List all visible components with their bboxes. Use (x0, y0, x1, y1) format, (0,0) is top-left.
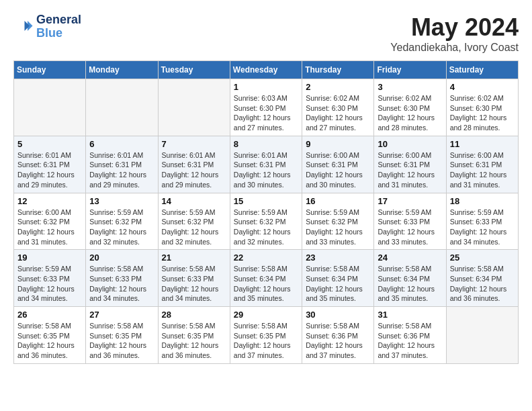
logo-icon (13, 17, 34, 37)
calendar-cell: 22Sunrise: 5:58 AMSunset: 6:34 PMDayligh… (230, 250, 302, 307)
calendar-cell: 26Sunrise: 5:58 AMSunset: 6:35 PMDayligh… (14, 307, 86, 364)
day-info: Sunrise: 6:02 AMSunset: 6:30 PMDaylight:… (378, 93, 442, 133)
day-info: Sunrise: 5:58 AMSunset: 6:34 PMDaylight:… (306, 264, 370, 304)
calendar-week-row: 1Sunrise: 6:03 AMSunset: 6:30 PMDaylight… (14, 79, 519, 136)
calendar-cell: 14Sunrise: 5:59 AMSunset: 6:32 PMDayligh… (158, 193, 230, 250)
day-of-week-header: Friday (374, 61, 446, 79)
day-number: 9 (306, 139, 370, 149)
day-number: 15 (234, 196, 298, 206)
day-number: 19 (17, 253, 82, 263)
calendar-cell: 20Sunrise: 5:58 AMSunset: 6:33 PMDayligh… (86, 250, 158, 307)
day-number: 30 (306, 310, 370, 320)
day-info: Sunrise: 5:58 AMSunset: 6:34 PMDaylight:… (450, 264, 515, 304)
calendar-cell: 10Sunrise: 6:00 AMSunset: 6:31 PMDayligh… (374, 136, 446, 193)
day-number: 31 (378, 310, 442, 320)
calendar-cell: 16Sunrise: 5:59 AMSunset: 6:32 PMDayligh… (302, 193, 374, 250)
day-number: 2 (306, 82, 370, 92)
location: Yedandiekaha, Ivory Coast (390, 42, 519, 54)
day-number: 10 (378, 139, 442, 149)
day-number: 7 (162, 139, 226, 149)
calendar-cell (86, 79, 158, 136)
day-of-week-header: Sunday (14, 61, 86, 79)
day-info: Sunrise: 5:58 AMSunset: 6:35 PMDaylight:… (162, 321, 226, 361)
day-info: Sunrise: 6:03 AMSunset: 6:30 PMDaylight:… (234, 93, 298, 133)
day-number: 25 (450, 253, 515, 263)
day-info: Sunrise: 6:00 AMSunset: 6:32 PMDaylight:… (17, 208, 82, 247)
day-info: Sunrise: 6:00 AMSunset: 6:31 PMDaylight:… (450, 150, 515, 190)
logo: General Blue (13, 13, 81, 40)
day-info: Sunrise: 5:58 AMSunset: 6:36 PMDaylight:… (306, 321, 370, 361)
day-info: Sunrise: 6:02 AMSunset: 6:30 PMDaylight:… (450, 93, 515, 133)
month-year: May 2024 (390, 13, 519, 42)
calendar-cell: 15Sunrise: 5:59 AMSunset: 6:32 PMDayligh… (230, 193, 302, 250)
calendar-cell: 30Sunrise: 5:58 AMSunset: 6:36 PMDayligh… (302, 307, 374, 364)
calendar-cell: 27Sunrise: 5:58 AMSunset: 6:35 PMDayligh… (86, 307, 158, 364)
calendar-cell: 13Sunrise: 5:59 AMSunset: 6:32 PMDayligh… (86, 193, 158, 250)
calendar-cell: 24Sunrise: 5:58 AMSunset: 6:34 PMDayligh… (374, 250, 446, 307)
calendar-week-row: 12Sunrise: 6:00 AMSunset: 6:32 PMDayligh… (14, 193, 519, 250)
calendar-cell: 23Sunrise: 5:58 AMSunset: 6:34 PMDayligh… (302, 250, 374, 307)
calendar-cell: 29Sunrise: 5:58 AMSunset: 6:35 PMDayligh… (230, 307, 302, 364)
day-of-week-header: Monday (86, 61, 158, 79)
calendar-cell (158, 79, 230, 136)
day-info: Sunrise: 5:59 AMSunset: 6:33 PMDaylight:… (378, 208, 442, 247)
calendar-cell: 2Sunrise: 6:02 AMSunset: 6:30 PMDaylight… (302, 79, 374, 136)
day-number: 20 (89, 253, 154, 263)
calendar-table: SundayMondayTuesdayWednesdayThursdayFrid… (13, 60, 519, 364)
day-info: Sunrise: 6:01 AMSunset: 6:31 PMDaylight:… (17, 150, 82, 190)
day-info: Sunrise: 5:58 AMSunset: 6:34 PMDaylight:… (378, 264, 442, 304)
calendar-week-row: 19Sunrise: 5:59 AMSunset: 6:33 PMDayligh… (14, 250, 519, 307)
calendar-week-row: 26Sunrise: 5:58 AMSunset: 6:35 PMDayligh… (14, 307, 519, 364)
day-number: 5 (17, 139, 82, 149)
calendar-cell: 31Sunrise: 5:58 AMSunset: 6:36 PMDayligh… (374, 307, 446, 364)
calendar-cell: 19Sunrise: 5:59 AMSunset: 6:33 PMDayligh… (14, 250, 86, 307)
calendar-cell: 28Sunrise: 5:58 AMSunset: 6:35 PMDayligh… (158, 307, 230, 364)
day-info: Sunrise: 5:58 AMSunset: 6:35 PMDaylight:… (89, 321, 154, 361)
day-of-week-header: Saturday (446, 61, 518, 79)
day-of-week-header: Tuesday (158, 61, 230, 79)
day-number: 3 (378, 82, 442, 92)
calendar-cell: 12Sunrise: 6:00 AMSunset: 6:32 PMDayligh… (14, 193, 86, 250)
calendar-cell (14, 79, 86, 136)
logo-text: General Blue (36, 13, 81, 40)
calendar-cell: 18Sunrise: 5:59 AMSunset: 6:33 PMDayligh… (446, 193, 518, 250)
day-number: 13 (89, 196, 154, 206)
day-info: Sunrise: 6:01 AMSunset: 6:31 PMDaylight:… (89, 150, 154, 190)
calendar-cell: 6Sunrise: 6:01 AMSunset: 6:31 PMDaylight… (86, 136, 158, 193)
day-info: Sunrise: 6:02 AMSunset: 6:30 PMDaylight:… (306, 93, 370, 133)
day-info: Sunrise: 5:58 AMSunset: 6:33 PMDaylight:… (162, 264, 226, 304)
day-number: 29 (234, 310, 298, 320)
day-number: 14 (162, 196, 226, 206)
day-info: Sunrise: 5:58 AMSunset: 6:35 PMDaylight:… (17, 321, 82, 361)
day-info: Sunrise: 6:00 AMSunset: 6:31 PMDaylight:… (378, 150, 442, 190)
calendar-cell: 8Sunrise: 6:01 AMSunset: 6:31 PMDaylight… (230, 136, 302, 193)
day-of-week-header: Thursday (302, 61, 374, 79)
day-info: Sunrise: 5:59 AMSunset: 6:32 PMDaylight:… (89, 208, 154, 247)
day-number: 1 (234, 82, 298, 92)
day-number: 28 (162, 310, 226, 320)
day-info: Sunrise: 6:01 AMSunset: 6:31 PMDaylight:… (234, 150, 298, 190)
day-info: Sunrise: 5:58 AMSunset: 6:35 PMDaylight:… (234, 321, 298, 361)
day-number: 12 (17, 196, 82, 206)
day-number: 24 (378, 253, 442, 263)
calendar-cell (446, 307, 518, 364)
day-info: Sunrise: 5:59 AMSunset: 6:33 PMDaylight:… (17, 264, 82, 304)
calendar-cell: 25Sunrise: 5:58 AMSunset: 6:34 PMDayligh… (446, 250, 518, 307)
calendar-cell: 5Sunrise: 6:01 AMSunset: 6:31 PMDaylight… (14, 136, 86, 193)
day-number: 16 (306, 196, 370, 206)
calendar-cell: 7Sunrise: 6:01 AMSunset: 6:31 PMDaylight… (158, 136, 230, 193)
day-number: 8 (234, 139, 298, 149)
page-header: General Blue May 2024 Yedandiekaha, Ivor… (13, 13, 519, 54)
day-info: Sunrise: 5:59 AMSunset: 6:32 PMDaylight:… (306, 208, 370, 247)
calendar-cell: 17Sunrise: 5:59 AMSunset: 6:33 PMDayligh… (374, 193, 446, 250)
day-info: Sunrise: 5:59 AMSunset: 6:33 PMDaylight:… (450, 208, 515, 247)
calendar-header-row: SundayMondayTuesdayWednesdayThursdayFrid… (14, 61, 519, 79)
calendar-cell: 9Sunrise: 6:00 AMSunset: 6:31 PMDaylight… (302, 136, 374, 193)
day-number: 26 (17, 310, 82, 320)
day-number: 18 (450, 196, 515, 206)
title-block: May 2024 Yedandiekaha, Ivory Coast (390, 13, 519, 54)
day-number: 17 (378, 196, 442, 206)
day-info: Sunrise: 5:58 AMSunset: 6:34 PMDaylight:… (234, 264, 298, 304)
day-info: Sunrise: 6:01 AMSunset: 6:31 PMDaylight:… (162, 150, 226, 190)
day-number: 27 (89, 310, 154, 320)
